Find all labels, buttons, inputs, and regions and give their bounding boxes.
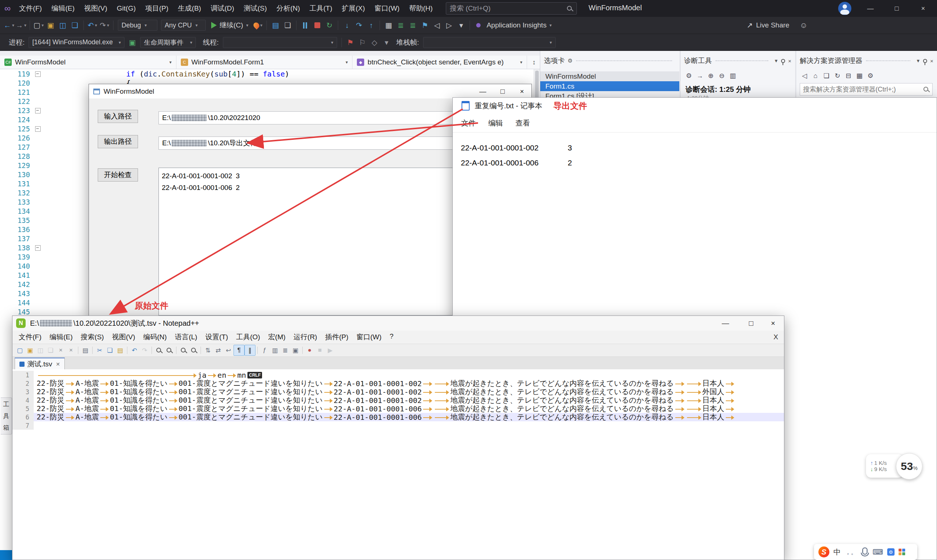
notepad-titlebar[interactable]: 重复编号.txt - 记事本: [453, 98, 937, 114]
npp-line[interactable]: 422-防災A-地震01-知識を得たい001-震度とマグニチュード違いを知りたい…: [12, 396, 784, 405]
redo-icon[interactable]: ↷: [98, 18, 111, 32]
member-dropdown[interactable]: ◆ btnCheck_Click(object sender, EventArg…: [352, 55, 527, 69]
zoom-out-icon[interactable]: [189, 345, 199, 355]
npp-line[interactable]: 222-防災A-地震01-知識を得たい001-震度とマグニチュード違いを知りたい…: [12, 379, 784, 388]
close-icon[interactable]: ×: [930, 58, 933, 64]
lifecycle-dropdown[interactable]: 生命周期事件▾: [140, 37, 196, 48]
menu-item[interactable]: 工具(T): [305, 0, 337, 17]
replace-icon[interactable]: [164, 345, 174, 355]
maximize-button[interactable]: □: [742, 316, 760, 330]
zoom-in-icon[interactable]: [178, 345, 189, 355]
menu-item[interactable]: 编辑(E): [46, 0, 79, 17]
notepad-content[interactable]: 22-A-01-001-0001-002 3 22-A-01-001-0001-…: [461, 140, 929, 170]
input-path-button[interactable]: 输入路径: [98, 110, 138, 123]
gear-icon[interactable]: ⚙: [568, 57, 572, 64]
diag-chart-icon[interactable]: ▥: [727, 70, 738, 82]
copy-icon[interactable]: ❏: [105, 345, 115, 355]
menu-item[interactable]: 搜索(S): [77, 332, 108, 342]
editor-line[interactable]: 119 if (dic.ContainsKey(sub[4]) == false…: [0, 69, 534, 78]
ime-punctuation-toggle[interactable]: ，。: [845, 548, 857, 556]
close-button[interactable]: ×: [914, 0, 932, 17]
sol-back-icon[interactable]: ◁: [799, 70, 810, 82]
menu-item[interactable]: 窗口(W): [370, 0, 405, 17]
menu-item[interactable]: 运行(R): [289, 332, 321, 342]
sync-horizontal-icon[interactable]: ⇄: [213, 345, 223, 355]
pin-icon[interactable]: [923, 59, 927, 63]
save-icon[interactable]: ◫: [35, 345, 45, 355]
open-document-item[interactable]: Form1.cs: [540, 81, 679, 91]
new-file-icon[interactable]: ▢: [15, 345, 25, 355]
application-insights-dropdown[interactable]: Application Insights ▾: [472, 18, 555, 32]
step-out-icon[interactable]: ↑: [365, 18, 377, 32]
find-icon[interactable]: [154, 345, 164, 355]
menu-item[interactable]: 查看: [509, 118, 536, 128]
chevron-down-icon[interactable]: ▾: [775, 57, 778, 64]
word-wrap-icon[interactable]: ↩: [223, 345, 234, 355]
document-tab[interactable]: 测试.tsv ✕: [15, 358, 65, 370]
menu-item[interactable]: 帮助(H): [405, 0, 437, 17]
function-list-icon[interactable]: ƒ: [260, 345, 270, 355]
solution-explorer-header[interactable]: 解决方案资源管理器 ▾ ×: [796, 55, 937, 66]
diag-settings-icon[interactable]: ⚙: [683, 70, 694, 82]
menu-item[interactable]: 文件: [455, 118, 482, 128]
split-editor-button[interactable]: ↕: [527, 55, 541, 69]
fold-collapse-icon[interactable]: [30, 124, 47, 133]
apps-grid-icon[interactable]: [899, 549, 905, 555]
fold-collapse-icon[interactable]: [30, 69, 47, 78]
diag-zoom-in-icon[interactable]: ⊕: [705, 70, 716, 82]
collapse-all-icon[interactable]: ⊟: [843, 70, 854, 82]
undo-icon[interactable]: ↶: [86, 18, 98, 32]
menu-item[interactable]: ?: [385, 332, 397, 342]
debug-config-dropdown[interactable]: Debug▾: [118, 20, 157, 31]
tabs-panel-header[interactable]: 选项卡 ⚙: [540, 55, 679, 66]
ime-toolbar[interactable]: S 中 ，。 ⌨ ⚙: [814, 544, 917, 560]
menu-item[interactable]: 调试(D): [206, 0, 238, 17]
minimize-button[interactable]: —: [861, 0, 880, 17]
close-icon[interactable]: ×: [788, 58, 791, 64]
pause-icon[interactable]: [299, 18, 311, 32]
preview-code-icon[interactable]: ▤: [269, 18, 282, 32]
save-icon[interactable]: ◫: [57, 18, 69, 32]
lifecycle-events-icon[interactable]: ▣: [126, 35, 138, 50]
diagnostics-panel-header[interactable]: 诊断工具 ▾ ×: [680, 55, 795, 66]
microphone-icon[interactable]: [862, 548, 868, 554]
flag-outline-icon[interactable]: ⚐: [357, 35, 369, 50]
menu-item[interactable]: 编辑: [482, 118, 509, 128]
bookmark-icon[interactable]: ⚑: [419, 18, 431, 32]
feedback-button[interactable]: ☺: [800, 17, 808, 34]
menu-item[interactable]: 设置(T): [201, 332, 232, 342]
menu-item[interactable]: 视图(V): [79, 0, 112, 17]
open-file-icon[interactable]: ▣: [25, 345, 35, 355]
winforms-titlebar[interactable]: WinFormsModel — □ ×: [89, 84, 531, 98]
events-list-icon[interactable]: ≣: [395, 18, 407, 32]
menu-item[interactable]: Git(G): [112, 0, 140, 17]
stack-frame-dropdown[interactable]: ▾: [423, 37, 555, 48]
sogou-logo-icon[interactable]: S: [819, 546, 829, 557]
maximize-button[interactable]: □: [888, 0, 906, 17]
npp-line[interactable]: 1jaenmnCRLF: [12, 371, 784, 379]
menu-item[interactable]: 扩展(X): [337, 0, 370, 17]
platform-dropdown[interactable]: Any CPU▾: [161, 20, 206, 31]
close-all-icon[interactable]: ×: [66, 345, 76, 355]
maximize-button[interactable]: □: [493, 85, 512, 98]
macro-stop-icon[interactable]: ■: [315, 345, 325, 355]
restart-icon[interactable]: ↻: [323, 18, 335, 32]
diag-zoom-out-icon[interactable]: ⊖: [716, 70, 727, 82]
menu-item[interactable]: 测试(S): [239, 0, 272, 17]
project-dropdown[interactable]: C# WinFormsModel ▾: [0, 55, 177, 69]
thread-dropdown[interactable]: ▾: [223, 37, 337, 48]
menu-item[interactable]: 工具(O): [232, 332, 264, 342]
document-list-icon[interactable]: ≣: [280, 345, 290, 355]
account-avatar[interactable]: [838, 2, 851, 15]
close-button[interactable]: ×: [764, 316, 782, 330]
document-map-icon[interactable]: ▥: [270, 345, 280, 355]
step-into-icon[interactable]: ↓: [341, 18, 353, 32]
continue-button[interactable]: 继续(C) ▾: [208, 18, 252, 32]
menu-item[interactable]: 宏(M): [264, 332, 289, 342]
menu-item[interactable]: 视图(V): [108, 332, 139, 342]
fold-collapse-icon[interactable]: [30, 106, 47, 115]
navigate-forward-icon[interactable]: →: [15, 18, 27, 32]
cut-icon[interactable]: ✂: [94, 345, 105, 355]
menu-item[interactable]: 窗口(W): [352, 332, 386, 342]
menu-item[interactable]: 文件(F): [14, 0, 46, 17]
